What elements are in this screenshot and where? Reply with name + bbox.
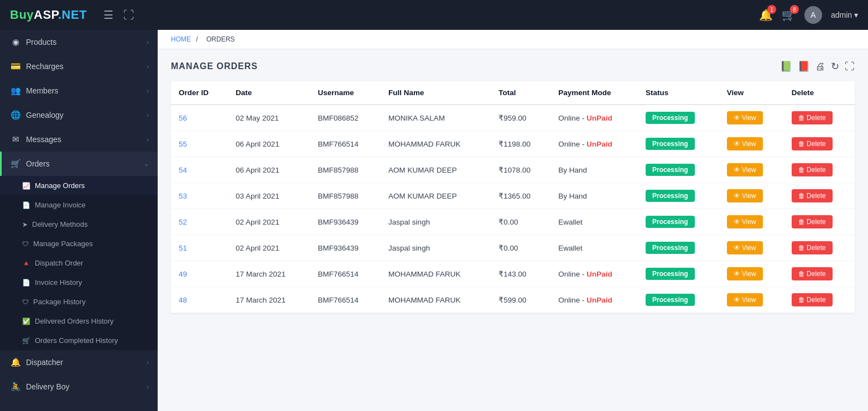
status-badge: Processing: [646, 164, 695, 176]
pdf-export-icon[interactable]: 📕: [798, 60, 810, 72]
sidebar-item-messages[interactable]: ✉ Messages ›: [0, 127, 158, 152]
topnav-right: 🔔 1 🛒 8 A admin ▾: [759, 6, 858, 24]
order-id-link[interactable]: 49: [179, 270, 187, 278]
order-id-link[interactable]: 51: [179, 244, 187, 252]
cell-username: BMF936439: [310, 235, 381, 261]
order-id-link[interactable]: 48: [179, 296, 187, 304]
table-header-row: Order ID Date Username Full Name Total P…: [171, 81, 855, 105]
brand-logo[interactable]: BuyASP.NET: [10, 8, 87, 22]
status-badge: Processing: [646, 216, 695, 228]
breadcrumb-home[interactable]: HOME: [171, 35, 191, 43]
order-id-link[interactable]: 56: [179, 114, 187, 122]
cell-date: 02 April 2021: [228, 209, 310, 235]
genealogy-icon: 🌐: [11, 110, 20, 120]
submenu-manage-orders[interactable]: 📈 Manage Orders: [0, 176, 158, 195]
sidebar-item-recharges[interactable]: 💳 Recharges ›: [0, 54, 158, 79]
status-badge: Processing: [646, 112, 695, 124]
page-title: MANAGE ORDERS: [171, 61, 258, 71]
cart-icon[interactable]: 🛒 8: [782, 8, 796, 22]
sidebar-label: Recharges: [26, 62, 141, 71]
view-button[interactable]: 👁 View: [727, 215, 763, 228]
cell-fullname: AOM KUMAR DEEP: [381, 183, 491, 209]
brand-net: .NET: [58, 8, 87, 22]
status-badge: Processing: [646, 242, 695, 254]
admin-label[interactable]: admin ▾: [831, 11, 858, 19]
cell-order-id: 51: [171, 235, 228, 261]
status-badge: Processing: [646, 138, 695, 150]
sidebar-item-products[interactable]: ◉ Products ›: [0, 30, 158, 54]
print-icon[interactable]: 🖨: [815, 61, 825, 72]
cell-status: Processing: [638, 183, 719, 209]
fullscreen-icon[interactable]: ⛶: [845, 61, 855, 72]
cell-fullname: MOHAMMAD FARUK: [381, 131, 491, 157]
order-id-link[interactable]: 55: [179, 140, 187, 148]
sidebar-label: Messages: [26, 135, 141, 144]
submenu-dispatch-order[interactable]: 🔺 Dispatch Order: [0, 253, 158, 273]
admin-avatar[interactable]: A: [804, 6, 822, 24]
sidebar-item-delivery-boy[interactable]: 🚴 Delivery Boy ›: [0, 374, 158, 399]
cell-payment-mode: Ewallet: [550, 209, 638, 235]
delete-button[interactable]: 🗑 Delete: [792, 163, 833, 176]
cell-delete: 🗑 Delete: [784, 287, 855, 313]
view-button[interactable]: 👁 View: [727, 189, 763, 202]
sidebar-item-members[interactable]: 👥 Members ›: [0, 79, 158, 103]
delete-button[interactable]: 🗑 Delete: [792, 137, 833, 150]
messages-icon: ✉: [11, 134, 20, 144]
submenu-label: Delivered Orders History: [35, 317, 113, 325]
cell-total: ₹0.00: [491, 235, 550, 261]
cell-view: 👁 View: [719, 183, 784, 209]
content-area: MANAGE ORDERS 📗 📕 🖨 ↻ ⛶ Order ID Date U: [158, 49, 868, 324]
view-button[interactable]: 👁 View: [727, 267, 763, 280]
delete-button[interactable]: 🗑 Delete: [792, 241, 833, 254]
menu-icon[interactable]: ☰: [100, 6, 117, 24]
submenu-package-history[interactable]: 🛡 Package History: [0, 292, 158, 311]
delete-button[interactable]: 🗑 Delete: [792, 267, 833, 280]
cell-order-id: 55: [171, 131, 228, 157]
delete-button[interactable]: 🗑 Delete: [792, 293, 833, 306]
order-id-link[interactable]: 53: [179, 192, 187, 200]
cell-payment-mode: Ewallet: [550, 235, 638, 261]
recharges-icon: 💳: [11, 61, 20, 71]
cell-view: 👁 View: [719, 105, 784, 131]
delivered-icon: ✅: [22, 318, 30, 325]
submenu-orders-completed[interactable]: 🛒 Orders Completed History: [0, 331, 158, 350]
submenu-delivered-orders[interactable]: ✅ Delivered Orders History: [0, 311, 158, 331]
expand-icon[interactable]: ⛶: [120, 7, 138, 24]
order-id-link[interactable]: 54: [179, 166, 187, 174]
delete-button[interactable]: 🗑 Delete: [792, 111, 833, 124]
order-id-link[interactable]: 52: [179, 218, 187, 226]
cell-username: BMF857988: [310, 157, 381, 183]
cell-delete: 🗑 Delete: [784, 261, 855, 287]
sidebar-label: Orders: [26, 159, 138, 168]
unpaid-label: UnPaid: [586, 296, 612, 304]
unpaid-label: UnPaid: [586, 140, 612, 148]
col-view: View: [719, 81, 784, 105]
chart-icon: 📈: [22, 182, 30, 190]
submenu-label: Delivery Methods: [32, 220, 87, 228]
cell-fullname: MONIKA SALAM: [381, 105, 491, 131]
view-button[interactable]: 👁 View: [727, 241, 763, 254]
view-button[interactable]: 👁 View: [727, 111, 763, 124]
cell-date: 03 April 2021: [228, 183, 310, 209]
invoice-icon: 📄: [22, 201, 30, 209]
cell-total: ₹0.00: [491, 209, 550, 235]
submenu-invoice-history[interactable]: 📄 Invoice History: [0, 273, 158, 292]
manage-header: MANAGE ORDERS 📗 📕 🖨 ↻ ⛶: [171, 60, 855, 72]
submenu-manage-packages[interactable]: 🛡 Manage Packages: [0, 234, 158, 253]
view-button[interactable]: 👁 View: [727, 293, 763, 306]
submenu-label: Dispatch Order: [35, 259, 83, 267]
notification-bell[interactable]: 🔔 1: [759, 8, 773, 22]
excel-export-icon[interactable]: 📗: [780, 60, 792, 72]
cell-status: Processing: [638, 157, 719, 183]
view-button[interactable]: 👁 View: [727, 163, 763, 176]
submenu-delivery-methods[interactable]: ➤ Delivery Methods: [0, 215, 158, 234]
view-button[interactable]: 👁 View: [727, 137, 763, 150]
delete-button[interactable]: 🗑 Delete: [792, 189, 833, 202]
delete-button[interactable]: 🗑 Delete: [792, 215, 833, 228]
sidebar-item-orders[interactable]: 🛒 Orders ⌄: [0, 152, 158, 176]
sidebar-item-dispatcher[interactable]: 🔔 Dispatcher ›: [0, 350, 158, 374]
sidebar-item-genealogy[interactable]: 🌐 Genealogy ›: [0, 103, 158, 127]
submenu-manage-invoice[interactable]: 📄 Manage Invoice: [0, 195, 158, 215]
refresh-icon[interactable]: ↻: [831, 60, 839, 72]
cell-fullname: MOHAMMAD FARUK: [381, 287, 491, 313]
